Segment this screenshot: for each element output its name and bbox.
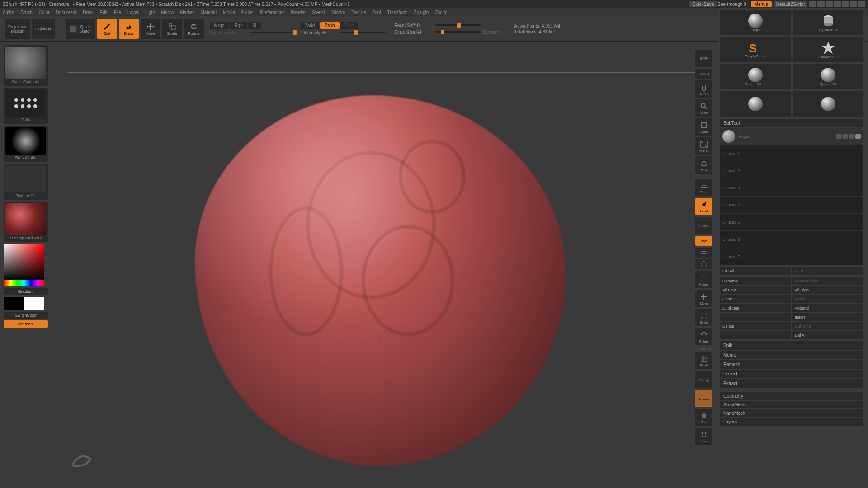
- color-swatches[interactable]: [4, 297, 48, 310]
- tool-sphere2[interactable]: Sphere3D: [793, 64, 863, 89]
- menu-edit[interactable]: Edit: [100, 10, 108, 15]
- subtool-header[interactable]: SubTool: [720, 119, 863, 127]
- move-mode-button[interactable]: Move: [141, 19, 160, 39]
- mrgb-button[interactable]: Mrgb: [210, 22, 229, 29]
- menu-render[interactable]: Render: [291, 10, 306, 15]
- window-icon-2[interactable]: [817, 1, 825, 7]
- scroll-button[interactable]: Scroll: [695, 80, 712, 98]
- aahalf-button[interactable]: AAHalf: [695, 137, 712, 155]
- arraymesh-header[interactable]: ArrayMesh: [720, 401, 863, 408]
- subtool-row[interactable]: Unused 6: [720, 231, 863, 248]
- menu-file[interactable]: File: [114, 10, 121, 15]
- solo-button[interactable]: Solo: [695, 409, 712, 426]
- rename-button[interactable]: Rename: [720, 277, 791, 285]
- swatch-white[interactable]: [24, 297, 44, 310]
- actual-button[interactable]: Actual: [695, 118, 712, 136]
- persp-button[interactable]: Persp: [695, 156, 712, 174]
- switchcolor-button[interactable]: SwitchColor: [4, 312, 48, 319]
- window-icon-4[interactable]: [834, 1, 841, 7]
- delother-button[interactable]: Del Other: [792, 322, 863, 330]
- z-intensity-slider[interactable]: [340, 32, 386, 33]
- quicksave-button[interactable]: QuickSave: [689, 1, 717, 7]
- menu-tool[interactable]: Tool: [373, 10, 381, 15]
- menu-preferences[interactable]: Preferences: [260, 10, 285, 15]
- alternate-button[interactable]: Alternate: [4, 320, 48, 328]
- zoom-button[interactable]: Zoom: [695, 99, 712, 117]
- alllow-button[interactable]: All Low: [720, 286, 791, 294]
- tool-slot-7[interactable]: [720, 91, 791, 117]
- remesh-section[interactable]: Remesh: [720, 360, 863, 369]
- menus-toggle[interactable]: Menus: [751, 1, 772, 7]
- insert-button[interactable]: Insert: [792, 313, 863, 321]
- rot-y-button[interactable]: [695, 248, 712, 258]
- scale-mode-button[interactable]: Scale: [162, 19, 182, 39]
- local-button[interactable]: Local: [695, 198, 712, 215]
- gradient-button[interactable]: Gradient: [4, 288, 48, 295]
- xpose-button[interactable]: Xpose: [695, 428, 712, 445]
- rotate-mode-button[interactable]: Rotate: [184, 19, 204, 39]
- close-icon[interactable]: [858, 1, 865, 7]
- window-icon-3[interactable]: [826, 1, 833, 7]
- m-button[interactable]: M: [248, 22, 261, 29]
- spix-slider[interactable]: SPix 3: [695, 69, 712, 79]
- merge-section[interactable]: Merge: [720, 351, 863, 359]
- menu-stencil[interactable]: Stencil: [312, 10, 326, 15]
- sculpt-mesh[interactable]: [195, 95, 566, 466]
- transp-button[interactable]: Transp: [695, 371, 712, 388]
- default-zscript[interactable]: DefaultZScript: [774, 1, 807, 7]
- minimize-icon[interactable]: [842, 1, 849, 7]
- visibility-toggles[interactable]: [836, 134, 861, 139]
- swatch-black[interactable]: [4, 297, 24, 310]
- stroke-selector[interactable]: Dots: [4, 88, 48, 124]
- rot-z-button[interactable]: [695, 259, 712, 269]
- tool-slot-8[interactable]: [793, 91, 863, 117]
- alpha-selector[interactable]: BrushAlpha: [4, 126, 48, 162]
- edit-mode-button[interactable]: Edit: [97, 19, 117, 39]
- subtool-row[interactable]: Unused 4: [720, 197, 863, 214]
- material-selector[interactable]: MatCap Red Wax: [4, 202, 48, 242]
- layers-header[interactable]: Layers: [720, 418, 863, 426]
- rgb-intensity-slider[interactable]: [250, 32, 295, 33]
- tool-kugel[interactable]: Kugel: [720, 10, 791, 35]
- draw-mode-button[interactable]: Draw: [119, 19, 139, 39]
- tool-cylinder[interactable]: Cylinder3D: [793, 10, 863, 35]
- subtool-row[interactable]: Unused 1: [720, 145, 863, 162]
- menu-color[interactable]: Color: [39, 10, 50, 15]
- lsym-button[interactable]: L.Sym: [695, 217, 712, 234]
- menu-stroke[interactable]: Stroke: [332, 10, 345, 15]
- delete-button[interactable]: Delete: [720, 322, 791, 330]
- seethrough-slider[interactable]: See-through 0: [717, 2, 746, 7]
- menu-texture[interactable]: Texture: [351, 10, 366, 15]
- hue-strip[interactable]: [4, 280, 44, 286]
- texture-selector[interactable]: Texture Off: [4, 164, 48, 200]
- subtool-row[interactable]: Unused 5: [720, 214, 863, 231]
- delall-button[interactable]: Del All: [792, 331, 863, 339]
- menu-zplugin[interactable]: Zplugin: [414, 10, 429, 15]
- window-icon-1[interactable]: [809, 1, 816, 7]
- menu-marker[interactable]: Marker: [180, 10, 194, 15]
- copy-button[interactable]: Copy: [720, 295, 791, 303]
- subtool-row[interactable]: Unused 3: [720, 179, 863, 197]
- menu-brush[interactable]: Brush: [21, 10, 33, 15]
- menu-draw[interactable]: Draw: [83, 10, 93, 15]
- dock-scale-button[interactable]: Scale: [695, 309, 712, 326]
- tool-polymesh[interactable]: PolyMesh3D: [793, 37, 863, 62]
- focal-shift-slider[interactable]: [435, 24, 481, 26]
- document-viewport[interactable]: [68, 72, 705, 465]
- arrows-button[interactable]: ▲ ▼: [792, 267, 863, 275]
- brush-selector[interactable]: Dam_Standard: [4, 45, 48, 86]
- allhigh-button[interactable]: All High: [792, 286, 863, 294]
- tool-sphere1[interactable]: Sphere3D_1: [720, 64, 791, 89]
- dynamic-button[interactable]: Dynamic: [695, 390, 712, 407]
- zsub-button[interactable]: Zsub: [320, 22, 339, 29]
- polyf-button[interactable]: PolyF: [695, 352, 712, 369]
- dock-rotate-button[interactable]: Rotate: [695, 328, 712, 345]
- projection-master-button[interactable]: Projection Master: [5, 19, 30, 39]
- menu-picker[interactable]: Picker: [241, 10, 254, 15]
- tool-simplebrush[interactable]: SSimpleBrush: [720, 37, 791, 62]
- menu-light[interactable]: Light: [145, 10, 155, 15]
- lightbox-button[interactable]: LightBox: [32, 19, 55, 39]
- paste-button[interactable]: Paste: [792, 295, 863, 303]
- autoreorder-button[interactable]: AutoReorder: [792, 277, 863, 285]
- extract-section[interactable]: Extract: [720, 379, 863, 388]
